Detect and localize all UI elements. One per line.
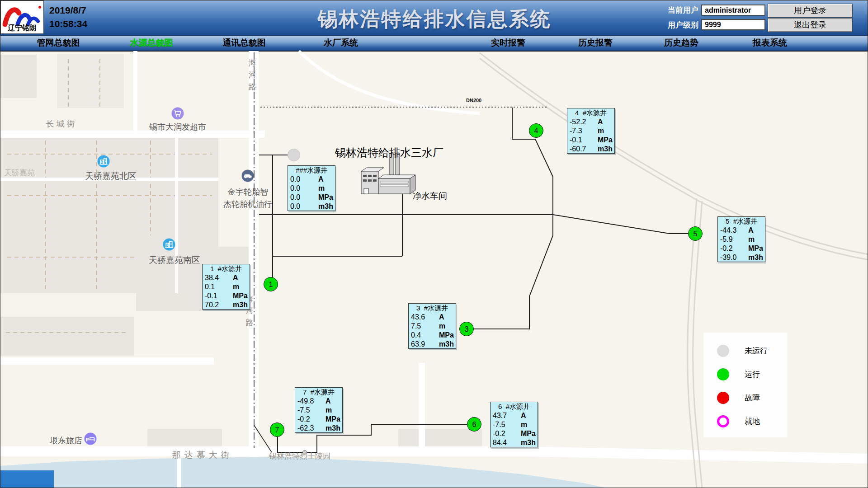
well-title: 1 #水源井 [203,264,250,273]
well-title: 6 #水源井 [491,402,538,411]
map-area: 134567 长城街锡市大润发超市天骄嘉苑天骄嘉苑北区金宇轮胎智杰轮胎机油行天骄… [0,0,868,488]
measurement-unit: MPa [318,193,333,202]
well-data-box-unassigned[interactable]: ###水源井0.0A0.0m0.0MPa0.0m3h [288,165,335,211]
svg-text:3: 3 [465,325,469,333]
measurement-unit: A [748,226,754,235]
legend-row: 运行 [703,362,787,386]
pipe-diameter-label: DN200 [466,98,481,103]
measurement-value: -39.0 [720,253,744,262]
well-measurement-row: -52.2A [567,117,614,127]
well-marker-3[interactable]: 3 [460,322,474,336]
well-data-box-4[interactable]: 4 #水源井-52.2A-7.3m-0.1MPa-60.7m3h [567,108,615,154]
svg-text:7: 7 [275,426,279,434]
well-data-box-7[interactable]: 7 #水源井-49.8A-7.5m-0.2MPa-62.3m3h [295,387,343,433]
measurement-value: 63.9 [411,340,434,348]
measurement-unit: m3h [521,439,536,447]
measurement-unit: m [748,235,755,244]
measurement-unit: A [521,412,526,420]
legend-status-icon [717,368,729,380]
well-measurement-row: 43.7A [491,411,538,420]
measurement-unit: m3h [439,340,454,348]
well-measurement-row: -7.5m [491,420,538,429]
legend-row: 未运行 [703,339,787,362]
map-label: 天骄嘉苑 [4,168,35,178]
measurement-value: -0.2 [720,244,744,253]
measurement-value: 70.2 [205,301,228,309]
well-data-box-3[interactable]: 3 #水源井43.6A7.5m0.4MPa63.9m3h [408,303,456,349]
well-measurement-row: 84.4m3h [491,438,538,447]
well-measurement-row: -0.2MPa [491,429,538,438]
measurement-value: 0.4 [411,331,434,339]
well-marker-4[interactable]: 4 [529,124,543,138]
measurement-value: 38.4 [205,274,228,282]
measurement-value: -7.3 [570,127,593,135]
well-title: 3 #水源井 [409,304,456,313]
svg-text:1: 1 [269,281,273,288]
well-measurement-row: -5.9m [718,235,765,244]
well-data-box-5[interactable]: 5 #水源井-44.3A-5.9m-0.2MPa-39.0m3h [717,216,765,262]
measurement-value: -49.8 [297,397,321,405]
legend-row: 故障 [703,386,787,409]
measurement-unit: m [439,322,445,330]
well-title: 5 #水源井 [718,217,765,226]
well-measurement-row: 0.0MPa [288,193,335,202]
measurement-value: 0.0 [290,175,314,183]
map-label: 锡林浩特烈士陵园 [269,451,330,461]
measurement-unit: MPa [326,415,340,423]
well-measurement-row: -0.1MPa [567,136,614,145]
measurement-value: -0.1 [205,292,228,300]
well-title: ###水源井 [288,166,335,175]
plant-title: 锡林浩特给排水三水厂 [335,145,443,160]
legend-label: 故障 [745,393,760,403]
measurement-value: -62.3 [297,424,321,432]
well-marker-7[interactable]: 7 [270,423,284,437]
well-marker-1[interactable]: 1 [264,277,278,291]
legend-row: 就地 [703,409,787,433]
well-measurement-row: -60.7m3h [567,145,614,154]
measurement-unit: MPa [439,331,454,339]
well-data-box-6[interactable]: 6 #水源井43.7A-7.5m-0.2MPa84.4m3h [490,402,538,447]
well-measurement-row: 0.4MPa [409,331,456,340]
measurement-value: 0.0 [290,202,314,211]
measurement-value: -7.5 [297,406,321,414]
measurement-unit: A [233,274,238,282]
measurement-unit: A [598,118,603,126]
well-marker-6[interactable]: 6 [467,418,481,432]
measurement-value: -0.1 [570,136,593,144]
status-legend: 未运行运行故障就地 [703,333,787,437]
plant-marker[interactable] [288,149,300,161]
measurement-unit: m [598,127,604,135]
well-marker-5[interactable]: 5 [689,227,703,241]
svg-text:4: 4 [534,127,538,135]
well-title: 7 #水源井 [295,388,342,397]
cart-poi-icon [172,108,184,120]
well-measurement-row: 0.0m [288,184,335,193]
well-measurement-row: 63.9m3h [409,340,456,349]
map-label: 海河路 [248,57,257,93]
measurement-unit: MPa [521,430,536,438]
measurement-value: -0.2 [297,415,321,423]
measurement-unit: A [326,397,331,405]
well-measurement-row: -0.2MPa [295,415,342,424]
measurement-unit: m3h [598,145,613,153]
well-measurement-row: -44.3A [718,226,765,235]
legend-label: 运行 [745,369,760,380]
measurement-value: -44.3 [720,226,744,235]
well-measurement-row: -7.5m [295,406,342,415]
map-label: 长城街 [46,118,77,129]
measurement-unit: A [318,175,324,183]
well-measurement-row: -39.0m3h [718,253,765,262]
map-label: 天骄嘉苑南区 [149,254,200,266]
measurement-unit: MPa [598,136,613,144]
well-measurement-row: -0.2MPa [718,244,765,253]
well-measurement-row: 0.1m [203,282,250,291]
measurement-value: -7.5 [493,421,516,429]
measurement-unit: m3h [748,253,763,262]
measurement-unit: m [326,406,332,414]
well-data-box-1[interactable]: 1 #水源井38.4A0.1m-0.1MPa70.2m3h [202,264,250,310]
legend-label: 未运行 [745,346,768,356]
legend-status-icon [717,392,729,404]
well-measurement-row: 0.0A [288,175,335,184]
water-area [0,457,609,488]
map-blocks [0,54,482,455]
